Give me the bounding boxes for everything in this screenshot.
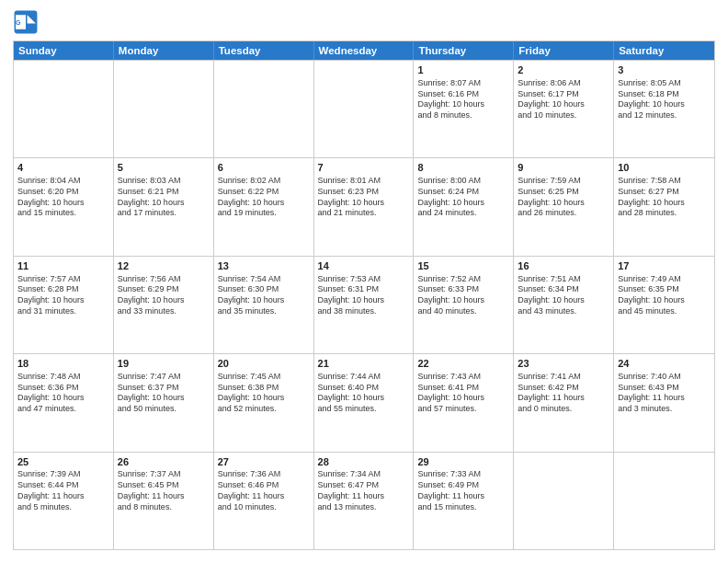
day-number: 14: [318, 259, 410, 273]
svg-text:G: G: [16, 19, 21, 26]
cell-content: Sunrise: 7:34 AM Sunset: 6:47 PM Dayligh…: [318, 469, 410, 512]
cell-content: Sunrise: 7:37 AM Sunset: 6:45 PM Dayligh…: [118, 469, 210, 512]
cell-content: Sunrise: 7:54 AM Sunset: 6:30 PM Dayligh…: [218, 274, 310, 317]
calendar-cell: 22Sunrise: 7:43 AM Sunset: 6:41 PM Dayli…: [414, 354, 514, 451]
cell-content: Sunrise: 8:06 AM Sunset: 6:17 PM Dayligh…: [518, 78, 609, 121]
calendar-cell: 17Sunrise: 7:49 AM Sunset: 6:35 PM Dayli…: [614, 257, 714, 353]
calendar-cell: 23Sunrise: 7:41 AM Sunset: 6:42 PM Dayli…: [514, 354, 614, 451]
calendar-cell: [514, 453, 614, 549]
calendar-header-cell: Wednesday: [314, 41, 415, 60]
calendar-cell: 2Sunrise: 8:06 AM Sunset: 6:17 PM Daylig…: [514, 61, 614, 157]
calendar-cell: [614, 453, 714, 549]
calendar-week-row: 1Sunrise: 8:07 AM Sunset: 6:16 PM Daylig…: [14, 60, 714, 157]
calendar-cell: 5Sunrise: 8:03 AM Sunset: 6:21 PM Daylig…: [114, 158, 214, 255]
calendar-body: 1Sunrise: 8:07 AM Sunset: 6:16 PM Daylig…: [14, 60, 714, 549]
calendar-cell: 1Sunrise: 8:07 AM Sunset: 6:16 PM Daylig…: [414, 61, 514, 157]
calendar-cell: 8Sunrise: 8:00 AM Sunset: 6:24 PM Daylig…: [414, 158, 514, 255]
day-number: 23: [518, 357, 609, 371]
cell-content: Sunrise: 7:41 AM Sunset: 6:42 PM Dayligh…: [518, 372, 609, 415]
day-number: 13: [218, 259, 310, 273]
day-number: 29: [417, 455, 509, 469]
calendar-cell: 25Sunrise: 7:39 AM Sunset: 6:44 PM Dayli…: [14, 453, 114, 549]
calendar-header-cell: Sunday: [14, 41, 114, 60]
cell-content: Sunrise: 7:40 AM Sunset: 6:43 PM Dayligh…: [618, 372, 711, 415]
calendar-header-cell: Monday: [114, 41, 214, 60]
calendar-header-cell: Friday: [514, 41, 614, 60]
calendar-cell: [214, 61, 314, 157]
day-number: 21: [318, 357, 410, 371]
calendar-cell: 4Sunrise: 8:04 AM Sunset: 6:20 PM Daylig…: [14, 158, 114, 255]
cell-content: Sunrise: 8:00 AM Sunset: 6:24 PM Dayligh…: [417, 176, 509, 219]
day-number: 19: [118, 357, 210, 371]
day-number: 5: [118, 161, 210, 175]
calendar-cell: 18Sunrise: 7:48 AM Sunset: 6:36 PM Dayli…: [14, 354, 114, 451]
cell-content: Sunrise: 8:03 AM Sunset: 6:21 PM Dayligh…: [118, 176, 210, 219]
cell-content: Sunrise: 8:05 AM Sunset: 6:18 PM Dayligh…: [618, 78, 711, 121]
calendar-cell: 20Sunrise: 7:45 AM Sunset: 6:38 PM Dayli…: [214, 354, 314, 451]
calendar-cell: 29Sunrise: 7:33 AM Sunset: 6:49 PM Dayli…: [414, 453, 514, 549]
cell-content: Sunrise: 7:49 AM Sunset: 6:35 PM Dayligh…: [618, 274, 711, 317]
day-number: 7: [318, 161, 410, 175]
day-number: 8: [417, 161, 509, 175]
day-number: 24: [618, 357, 711, 371]
logo: G: [13, 9, 42, 35]
calendar-week-row: 11Sunrise: 7:57 AM Sunset: 6:28 PM Dayli…: [14, 256, 714, 353]
calendar-cell: 21Sunrise: 7:44 AM Sunset: 6:40 PM Dayli…: [314, 354, 415, 451]
cell-content: Sunrise: 7:45 AM Sunset: 6:38 PM Dayligh…: [218, 372, 310, 415]
cell-content: Sunrise: 7:52 AM Sunset: 6:33 PM Dayligh…: [417, 274, 509, 317]
cell-content: Sunrise: 7:51 AM Sunset: 6:34 PM Dayligh…: [518, 274, 609, 317]
day-number: 22: [417, 357, 509, 371]
day-number: 16: [518, 259, 609, 273]
cell-content: Sunrise: 7:33 AM Sunset: 6:49 PM Dayligh…: [417, 469, 509, 512]
cell-content: Sunrise: 8:01 AM Sunset: 6:23 PM Dayligh…: [318, 176, 410, 219]
cell-content: Sunrise: 7:53 AM Sunset: 6:31 PM Dayligh…: [318, 274, 410, 317]
cell-content: Sunrise: 8:04 AM Sunset: 6:20 PM Dayligh…: [17, 176, 109, 219]
calendar-cell: 14Sunrise: 7:53 AM Sunset: 6:31 PM Dayli…: [314, 257, 415, 353]
day-number: 18: [17, 357, 109, 371]
calendar-cell: 6Sunrise: 8:02 AM Sunset: 6:22 PM Daylig…: [214, 158, 314, 255]
calendar-week-row: 4Sunrise: 8:04 AM Sunset: 6:20 PM Daylig…: [14, 157, 714, 255]
header: G: [13, 9, 715, 35]
cell-content: Sunrise: 7:57 AM Sunset: 6:28 PM Dayligh…: [17, 274, 109, 317]
page: G SundayMondayTuesdayWednesdayThursdayFr…: [0, 0, 728, 563]
day-number: 28: [318, 455, 410, 469]
day-number: 17: [618, 259, 711, 273]
day-number: 27: [218, 455, 310, 469]
day-number: 10: [618, 161, 711, 175]
calendar-cell: 24Sunrise: 7:40 AM Sunset: 6:43 PM Dayli…: [614, 354, 714, 451]
calendar-cell: 26Sunrise: 7:37 AM Sunset: 6:45 PM Dayli…: [114, 453, 214, 549]
day-number: 12: [118, 259, 210, 273]
calendar-cell: 15Sunrise: 7:52 AM Sunset: 6:33 PM Dayli…: [414, 257, 514, 353]
calendar-cell: 10Sunrise: 7:58 AM Sunset: 6:27 PM Dayli…: [614, 158, 714, 255]
cell-content: Sunrise: 7:36 AM Sunset: 6:46 PM Dayligh…: [218, 469, 310, 512]
calendar-cell: 7Sunrise: 8:01 AM Sunset: 6:23 PM Daylig…: [314, 158, 415, 255]
calendar-cell: 16Sunrise: 7:51 AM Sunset: 6:34 PM Dayli…: [514, 257, 614, 353]
day-number: 9: [518, 161, 609, 175]
calendar-cell: [314, 61, 415, 157]
calendar-cell: 9Sunrise: 7:59 AM Sunset: 6:25 PM Daylig…: [514, 158, 614, 255]
calendar-header-cell: Tuesday: [214, 41, 314, 60]
cell-content: Sunrise: 7:39 AM Sunset: 6:44 PM Dayligh…: [17, 469, 109, 512]
cell-content: Sunrise: 7:59 AM Sunset: 6:25 PM Dayligh…: [518, 176, 609, 219]
day-number: 15: [417, 259, 509, 273]
calendar-cell: [114, 61, 214, 157]
calendar-cell: 11Sunrise: 7:57 AM Sunset: 6:28 PM Dayli…: [14, 257, 114, 353]
calendar-week-row: 18Sunrise: 7:48 AM Sunset: 6:36 PM Dayli…: [14, 353, 714, 451]
day-number: 25: [17, 455, 109, 469]
calendar-cell: 19Sunrise: 7:47 AM Sunset: 6:37 PM Dayli…: [114, 354, 214, 451]
day-number: 6: [218, 161, 310, 175]
calendar-header-cell: Thursday: [414, 41, 514, 60]
cell-content: Sunrise: 7:58 AM Sunset: 6:27 PM Dayligh…: [618, 176, 711, 219]
cell-content: Sunrise: 7:48 AM Sunset: 6:36 PM Dayligh…: [17, 372, 109, 415]
cell-content: Sunrise: 7:47 AM Sunset: 6:37 PM Dayligh…: [118, 372, 210, 415]
cell-content: Sunrise: 8:02 AM Sunset: 6:22 PM Dayligh…: [218, 176, 310, 219]
cell-content: Sunrise: 7:43 AM Sunset: 6:41 PM Dayligh…: [417, 372, 509, 415]
calendar-cell: 28Sunrise: 7:34 AM Sunset: 6:47 PM Dayli…: [314, 453, 415, 549]
calendar-cell: 27Sunrise: 7:36 AM Sunset: 6:46 PM Dayli…: [214, 453, 314, 549]
cell-content: Sunrise: 7:56 AM Sunset: 6:29 PM Dayligh…: [118, 274, 210, 317]
calendar-header-row: SundayMondayTuesdayWednesdayThursdayFrid…: [14, 41, 714, 60]
calendar-cell: 13Sunrise: 7:54 AM Sunset: 6:30 PM Dayli…: [214, 257, 314, 353]
day-number: 4: [17, 161, 109, 175]
day-number: 20: [218, 357, 310, 371]
cell-content: Sunrise: 7:44 AM Sunset: 6:40 PM Dayligh…: [318, 372, 410, 415]
